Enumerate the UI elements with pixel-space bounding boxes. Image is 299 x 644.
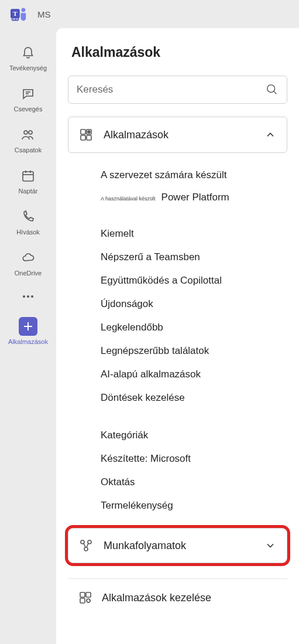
workflow-icon xyxy=(79,539,93,553)
svg-point-2 xyxy=(21,8,25,12)
svg-point-8 xyxy=(29,131,32,134)
svg-rect-9 xyxy=(23,172,33,181)
svg-point-15 xyxy=(31,295,33,298)
nav-top-picks[interactable]: Legnépszerűbb találatok xyxy=(101,339,283,363)
bell-icon xyxy=(19,43,37,62)
workflows-label: Munkafolyamatok xyxy=(104,540,264,552)
nav-cat-education[interactable]: Oktatás xyxy=(101,471,283,494)
svg-rect-22 xyxy=(81,135,85,140)
chevron-down-icon xyxy=(264,540,276,551)
svg-text:NEW: NEW xyxy=(12,18,19,21)
titlebar: T NEW MS xyxy=(0,0,299,28)
search-box[interactable] xyxy=(68,76,287,104)
svg-rect-23 xyxy=(87,135,91,140)
search-input[interactable] xyxy=(77,84,266,96)
svg-point-14 xyxy=(27,295,29,298)
teams-logo-icon: T NEW xyxy=(11,6,27,22)
nav-whats-new[interactable]: Újdonságok xyxy=(101,292,283,316)
people-icon xyxy=(19,125,37,144)
nav-categories[interactable]: Kategóriák xyxy=(101,424,283,447)
phone-icon xyxy=(19,207,37,226)
rail-teams[interactable]: Csapatok xyxy=(5,121,51,157)
nav-copilot[interactable]: Együttműködés a Copilottal xyxy=(101,269,283,292)
manage-apps[interactable]: Alkalmazások kezelése xyxy=(68,578,287,613)
rail-more[interactable] xyxy=(5,285,51,308)
user-initials: MS xyxy=(37,9,51,19)
rail-calendar[interactable]: Naptár xyxy=(5,162,51,198)
svg-rect-29 xyxy=(86,592,91,597)
nav-best-selling[interactable]: Legkelendőbb xyxy=(101,316,283,339)
nav-decisions[interactable]: Döntések kezelése xyxy=(101,386,283,410)
rail-calendar-label: Naptár xyxy=(17,188,39,195)
svg-rect-30 xyxy=(80,598,85,603)
svg-rect-20 xyxy=(81,130,85,134)
power-platform-label: Power Platform xyxy=(161,192,229,203)
app-rail: Tevékenység Csevegés Csapatok xyxy=(0,28,56,644)
rail-apps-label: Alkalmazások xyxy=(7,338,49,345)
workflows-section-header[interactable]: Munkafolyamatok xyxy=(68,528,287,563)
rail-chat[interactable]: Csevegés xyxy=(5,80,51,116)
rail-chat-label: Csevegés xyxy=(13,105,44,113)
nav-cat-microsoft[interactable]: Készítette: Microsoft xyxy=(101,447,283,471)
svg-point-13 xyxy=(23,295,25,298)
search-icon xyxy=(266,83,279,96)
nav-ai-apps[interactable]: AI-alapú alkalmazások xyxy=(101,363,283,386)
apps-section-label: Alkalmazások xyxy=(104,129,264,141)
nav-power-platform[interactable]: A használatával készült Power Platform xyxy=(101,187,283,208)
svg-text:T: T xyxy=(13,10,18,17)
cloud-icon xyxy=(19,248,37,267)
rail-calls-label: Hívások xyxy=(15,229,41,236)
more-icon xyxy=(21,294,35,299)
apps-grid-icon xyxy=(79,128,93,142)
calendar-icon xyxy=(19,166,37,185)
page-title: Alkalmazások xyxy=(68,45,287,60)
nav-featured[interactable]: Kiemelt xyxy=(101,222,283,246)
apps-plus-icon xyxy=(19,317,37,336)
svg-rect-28 xyxy=(80,592,85,597)
nav-popular-teams[interactable]: Népszerű a Teamsben xyxy=(101,246,283,269)
rail-onedrive-label: OneDrive xyxy=(13,270,43,277)
rail-apps[interactable]: Alkalmazások xyxy=(5,312,51,349)
apps-panel: Alkalmazások Alkalmazások xyxy=(56,28,299,644)
apps-section-body: A szervezet számára készült A használatá… xyxy=(68,163,287,528)
rail-onedrive[interactable]: OneDrive xyxy=(5,244,51,280)
svg-point-7 xyxy=(24,131,28,134)
rail-teams-label: Csapatok xyxy=(13,146,43,154)
rail-activity-label: Tevékenység xyxy=(8,64,48,71)
built-with-label: A használatával készült xyxy=(101,196,156,202)
manage-apps-icon xyxy=(78,591,92,605)
svg-line-19 xyxy=(274,91,277,94)
nav-cat-productivity[interactable]: Termelékenység xyxy=(101,494,283,517)
svg-point-18 xyxy=(267,85,275,93)
manage-apps-label: Alkalmazások kezelése xyxy=(102,592,211,604)
chevron-up-icon xyxy=(264,129,276,141)
svg-point-27 xyxy=(84,547,88,551)
apps-section-header[interactable]: Alkalmazások xyxy=(68,117,287,153)
chat-icon xyxy=(19,84,37,103)
nav-org-built[interactable]: A szervezet számára készült xyxy=(101,163,283,187)
rail-calls[interactable]: Hívások xyxy=(5,203,51,239)
svg-point-24 xyxy=(88,131,90,133)
rail-activity[interactable]: Tevékenység xyxy=(5,39,51,75)
